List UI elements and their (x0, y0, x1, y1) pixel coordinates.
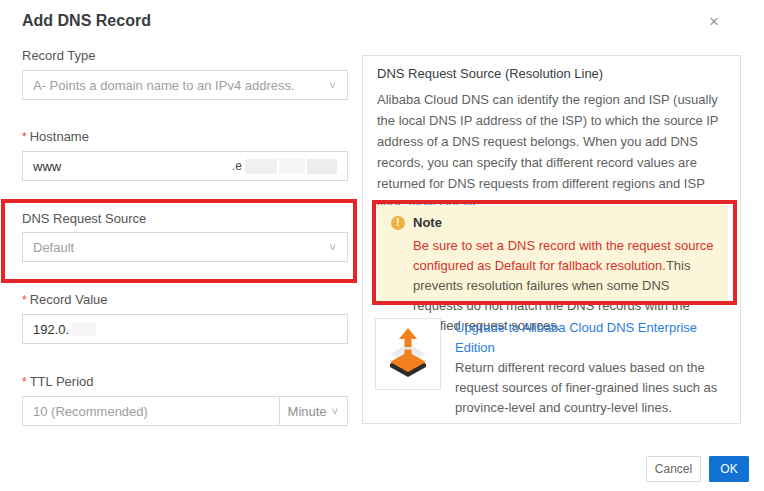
upgrade-icon-box (375, 318, 441, 390)
record-value-text: 192.0. (33, 322, 69, 337)
info-panel-description: Alibaba Cloud DNS can identify the regio… (377, 89, 729, 215)
hostname-value: www (33, 159, 61, 174)
add-dns-record-dialog: Add DNS Record × Record Type A- Points a… (0, 0, 764, 491)
upgrade-link[interactable]: Upgrade to Alibaba Cloud DNS Enterprise … (455, 320, 697, 355)
dns-request-source-value: Default (33, 240, 74, 255)
hostname-label-text: Hostname (30, 129, 89, 144)
record-value-label: *Record Value (22, 292, 107, 307)
dns-request-source-label-text: DNS Request Source (22, 211, 146, 226)
record-type-label-text: Record Type (22, 48, 95, 63)
upgrade-layers-icon (385, 328, 431, 380)
record-type-value: A- Points a domain name to an IPv4 addre… (33, 78, 295, 93)
ttl-period-field: 10 (Recommended) Minute ∨ (22, 396, 348, 426)
dialog-title: Add DNS Record (22, 12, 151, 30)
ttl-unit-select[interactable]: Minute ∨ (279, 397, 347, 425)
info-panel-heading: DNS Request Source (Resolution Line) (377, 66, 603, 81)
redacted-text (279, 159, 305, 174)
redacted-text (307, 159, 337, 174)
dns-request-source-label: DNS Request Source (22, 211, 146, 226)
chevron-down-icon: ∨ (328, 80, 337, 90)
required-marker: * (22, 375, 27, 389)
required-marker: * (22, 293, 27, 307)
upgrade-description: Return different record values based on … (455, 360, 717, 415)
record-type-select[interactable]: A- Points a domain name to an IPv4 addre… (22, 70, 348, 100)
description-text: Alibaba Cloud DNS can identify the regio… (377, 92, 718, 212)
cancel-button[interactable]: Cancel (646, 456, 701, 482)
dns-request-source-info-panel: DNS Request Source (Resolution Line) Ali… (362, 55, 741, 424)
hostname-domain-suffix: .e (232, 159, 337, 174)
ttl-period-label-text: TTL Period (30, 374, 94, 389)
chevron-down-icon: ∨ (328, 242, 337, 252)
ttl-period-input[interactable]: 10 (Recommended) (23, 404, 279, 419)
note-box: ! Note Be sure to set a DNS record with … (378, 205, 728, 303)
warning-icon: ! (391, 216, 405, 230)
dns-request-source-select[interactable]: Default ∨ (22, 232, 348, 262)
close-icon[interactable]: × (704, 12, 724, 32)
upgrade-section: Upgrade to Alibaba Cloud DNS Enterprise … (375, 318, 730, 418)
hostname-label: *Hostname (22, 129, 89, 144)
required-marker: * (22, 130, 27, 144)
redacted-text (72, 323, 96, 336)
note-header: ! Note (391, 215, 716, 230)
ok-button[interactable]: OK (709, 456, 749, 482)
ttl-period-label: *TTL Period (22, 374, 94, 389)
upgrade-text-block: Upgrade to Alibaba Cloud DNS Enterprise … (455, 318, 727, 418)
hostname-input[interactable]: www .e (22, 151, 348, 181)
record-value-input[interactable]: 192.0. (22, 314, 348, 344)
record-type-label: Record Type (22, 48, 95, 63)
ttl-unit-value: Minute (288, 404, 327, 419)
hostname-suffix-text: .e (232, 159, 242, 173)
record-value-label-text: Record Value (30, 292, 108, 307)
chevron-down-icon: ∨ (331, 406, 340, 416)
redacted-text (245, 159, 277, 174)
note-title: Note (413, 215, 442, 230)
